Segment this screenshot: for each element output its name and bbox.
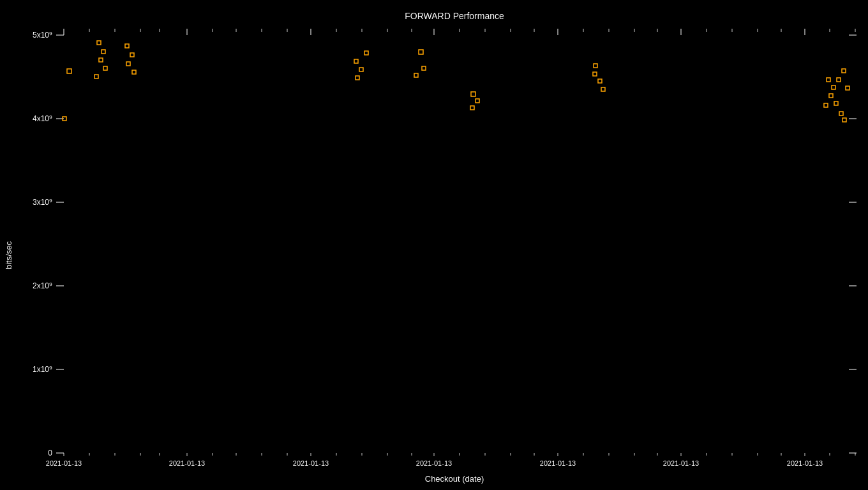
x-tick-4: 2021-01-13 — [416, 459, 452, 467]
svg-rect-0 — [0, 0, 868, 490]
chart-title: FORWARD Performance — [405, 11, 504, 21]
y-tick-1e9: 1x10⁹ — [33, 365, 52, 374]
y-axis-label: bits/sec — [4, 241, 13, 269]
y-tick-4e9: 4x10⁹ — [33, 114, 52, 123]
performance-chart: FORWARD Performance bits/sec 0 1x10⁹ 2x1… — [0, 0, 868, 490]
x-tick-7: 2021-01-13 — [787, 459, 823, 467]
y-tick-0: 0 — [48, 449, 52, 457]
y-tick-3e9: 3x10⁹ — [33, 198, 52, 207]
x-tick-3: 2021-01-13 — [293, 459, 329, 467]
x-tick-5: 2021-01-13 — [540, 459, 576, 467]
chart-container: FORWARD Performance bits/sec 0 1x10⁹ 2x1… — [0, 0, 868, 490]
x-tick-6: 2021-01-13 — [663, 459, 699, 467]
y-tick-2e9: 2x10⁹ — [33, 281, 52, 290]
y-tick-5e9: 5x10⁹ — [33, 31, 52, 40]
x-axis-label: Checkout (date) — [425, 474, 484, 484]
x-tick-2: 2021-01-13 — [169, 459, 205, 467]
x-tick-1: 2021-01-13 — [46, 459, 82, 467]
